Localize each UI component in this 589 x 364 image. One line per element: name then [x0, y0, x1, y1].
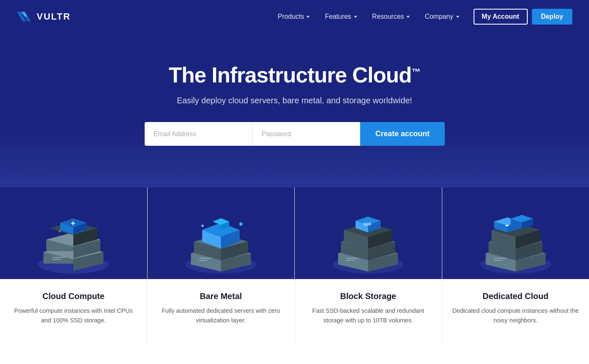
svg-text:+: + — [71, 219, 75, 227]
nav-link-features[interactable]: Features — [319, 10, 363, 24]
dedicated-cloud-illustration: ☁ — [474, 200, 557, 279]
nav-link-resources[interactable]: Resources — [366, 10, 416, 24]
card-title-compute: Cloud Compute — [10, 292, 137, 301]
card-content-bare-metal: Bare Metal Fully automated dedicated ser… — [148, 279, 295, 346]
card-illustration-block-storage: SSD — [295, 187, 442, 279]
email-input[interactable] — [145, 122, 253, 146]
compute-illustration: + + − — [32, 200, 115, 279]
nav-links: Products Features Resources Company — [272, 9, 527, 25]
create-account-button[interactable]: Create account — [360, 122, 444, 146]
svg-text:SSD: SSD — [363, 222, 371, 226]
card-block-storage: SSD Block Storage Fast SSD-backed scalab… — [295, 187, 442, 346]
card-desc-compute: Powerful compute instances with Intel CP… — [10, 306, 137, 325]
nav-item-resources[interactable]: Resources — [366, 10, 416, 24]
card-desc-block-storage: Fast SSD-backed scalable and redundant s… — [305, 306, 432, 325]
nav-item-my-account[interactable]: My Account — [469, 9, 528, 25]
chevron-down-icon — [354, 16, 357, 18]
svg-text:−: − — [81, 229, 83, 233]
navbar: VULTR Products Features Resources Compan… — [0, 0, 589, 33]
card-desc-dedicated-cloud: Dedicated cloud compute instances withou… — [452, 306, 579, 325]
card-title-block-storage: Block Storage — [305, 292, 432, 301]
card-illustration-bare-metal — [148, 187, 295, 279]
card-cloud-compute: + + − Cloud Compute Powerful compute ins… — [0, 187, 148, 346]
card-content-dedicated-cloud: Dedicated Cloud Dedicated cloud compute … — [442, 279, 589, 346]
hero-title: The Infrastructure Cloud™ — [8, 62, 581, 87]
chevron-down-icon — [456, 16, 459, 18]
product-cards-section: + + − Cloud Compute Powerful compute ins… — [0, 187, 589, 346]
svg-point-31 — [239, 222, 243, 226]
svg-point-32 — [201, 224, 204, 227]
nav-item-features[interactable]: Features — [319, 10, 363, 24]
card-dedicated-cloud: ☁ Dedicated Cloud Dedicated cloud comput… — [442, 187, 589, 346]
nav-item-company[interactable]: Company — [419, 10, 465, 24]
card-title-dedicated-cloud: Dedicated Cloud — [452, 292, 579, 301]
block-storage-illustration: SSD — [326, 200, 410, 279]
my-account-button[interactable]: My Account — [474, 9, 528, 25]
svg-text:+: + — [58, 229, 61, 234]
logo-link[interactable]: VULTR — [17, 9, 71, 25]
nav-link-products[interactable]: Products — [272, 10, 316, 24]
card-content-block-storage: Block Storage Fast SSD-backed scalable a… — [295, 279, 442, 346]
chevron-down-icon — [406, 16, 410, 18]
card-illustration-compute: + + − — [0, 187, 147, 279]
brand-name: VULTR — [37, 11, 71, 22]
card-illustration-dedicated-cloud: ☁ — [442, 187, 589, 279]
svg-text:☁: ☁ — [505, 222, 509, 227]
hero-subtitle: Easily deploy cloud servers, bare metal,… — [8, 96, 581, 105]
card-desc-bare-metal: Fully automated dedicated servers with z… — [158, 306, 285, 325]
nav-link-company[interactable]: Company — [419, 10, 465, 24]
card-title-bare-metal: Bare Metal — [158, 292, 285, 301]
signup-form: Create account — [145, 122, 445, 146]
card-bare-metal: Bare Metal Fully automated dedicated ser… — [148, 187, 295, 346]
vultr-logo-icon — [17, 9, 33, 25]
nav-item-products[interactable]: Products — [272, 10, 316, 24]
card-content-compute: Cloud Compute Powerful compute instances… — [0, 279, 147, 346]
hero-section: The Infrastructure Cloud™ Easily deploy … — [0, 33, 589, 187]
deploy-button[interactable]: Deploy — [532, 9, 572, 25]
password-input[interactable] — [253, 122, 360, 146]
chevron-down-icon — [306, 16, 310, 18]
bare-metal-illustration — [179, 200, 263, 279]
